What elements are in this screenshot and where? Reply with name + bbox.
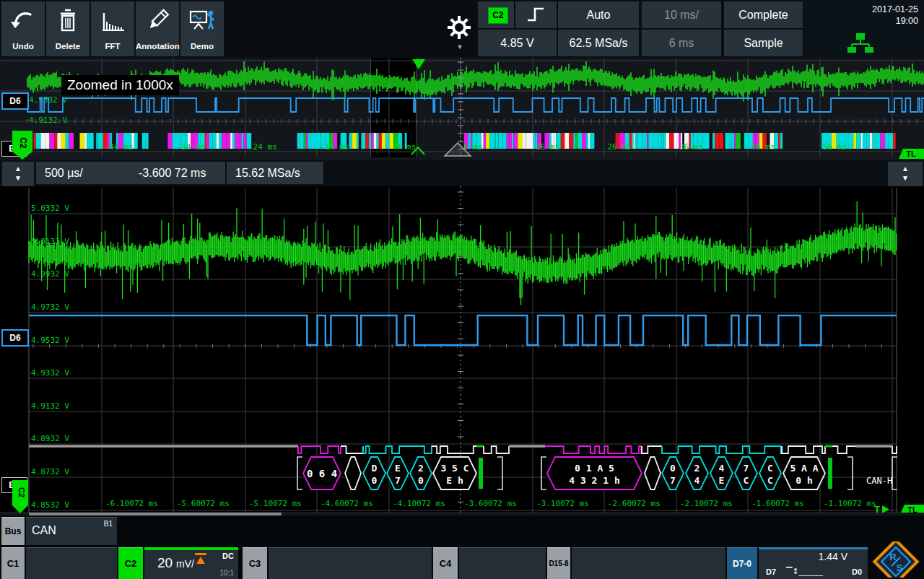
svg-text:S: S	[897, 562, 903, 573]
c3-panel[interactable]	[269, 547, 432, 579]
main-time-label: -5.10072 ms	[249, 499, 302, 508]
c2-channel-marker-overview[interactable]: C2	[12, 130, 33, 160]
overview-time-label: 46 ms	[751, 142, 775, 152]
d7-0-tab[interactable]: D7-0	[727, 547, 757, 579]
trash-icon	[46, 6, 90, 36]
acquisition-mode-cell[interactable]: Sample	[724, 30, 803, 56]
svg-text:C: C	[744, 475, 749, 486]
svg-text:0 1 A 5: 0 1 A 5	[575, 463, 614, 474]
main-time-label: -6.10072 ms	[105, 499, 158, 508]
trigger-level-cell[interactable]: 4.85 V	[478, 30, 557, 56]
bus-type-label: CAN	[32, 524, 56, 537]
c3-tab[interactable]: C3	[243, 547, 267, 579]
oscilloscope-screen: Undo Delete FFT Annotation Demo	[0, 0, 924, 579]
svg-text:4: 4	[719, 463, 725, 474]
c2-panel[interactable]: 20 mV/ DC 10:1	[144, 547, 238, 579]
network-icon	[845, 30, 876, 55]
d15-8-panel[interactable]	[572, 547, 725, 579]
gear-caret-icon[interactable]: ▼	[455, 43, 465, 51]
record-time-cell[interactable]: 6 ms	[642, 30, 721, 56]
overview-time-label: -34 ms	[177, 142, 206, 152]
zoom-scale-stepper-left[interactable]: ▲▼	[2, 162, 34, 186]
demo-board-icon	[180, 6, 224, 36]
main-time-label: -5.60072 ms	[177, 499, 230, 508]
zoom-offset-cell[interactable]: -3.600 72 ms	[130, 162, 225, 184]
overview-time-label: -44 ms	[105, 142, 134, 152]
c4-panel[interactable]	[459, 547, 546, 579]
svg-text:2: 2	[418, 463, 424, 474]
demo-label: Demo	[180, 42, 224, 51]
undo-button[interactable]: Undo	[1, 1, 45, 56]
main-time-label: -2.10072 ms	[680, 499, 733, 508]
c2-tab[interactable]: C2	[118, 547, 143, 579]
d7-0-panel[interactable]: 1.44 V D7 ▔↕______ D0	[759, 547, 868, 579]
svg-text:CAN-H: CAN-H	[866, 476, 892, 486]
svg-text:C2: C2	[18, 137, 28, 149]
trigger-slope-cell[interactable]	[515, 1, 557, 28]
zoom-scale-stepper-right[interactable]: ▲▼	[888, 162, 923, 186]
trigger-source-badge: C2	[488, 7, 508, 24]
svg-text:0: 0	[418, 475, 424, 486]
svg-text:2: 2	[694, 463, 700, 474]
overview-time-label: -24 ms	[248, 142, 277, 152]
c2-channel-marker-main[interactable]: C2	[12, 479, 29, 514]
d15-8-tab[interactable]: D15-8	[547, 547, 570, 579]
datetime-panel: 2017-01-25 19:00	[804, 0, 924, 58]
svg-text:4 3 2 1 h: 4 3 2 1 h	[569, 475, 619, 486]
c2-coupling-label: DC	[222, 552, 234, 560]
sample-rate-cell[interactable]: 62.5 MSa/s	[558, 30, 639, 56]
overview-time-label: -4 ms	[392, 142, 416, 152]
rohde-schwarz-logo[interactable]: R S	[868, 546, 924, 579]
main-time-label: -1.60072 ms	[751, 499, 804, 508]
c4-tab[interactable]: C4	[433, 547, 458, 579]
main-time-label: -3.60072 ms	[464, 499, 517, 508]
fft-button[interactable]: FFT	[91, 1, 134, 56]
acquisition-status-cell[interactable]: Complete	[724, 1, 803, 28]
delete-label: Delete	[46, 42, 90, 51]
time-text: 19:00	[896, 16, 918, 26]
main-time-label: -2.60072 ms	[608, 499, 661, 508]
d6-badge-overview[interactable]: D6	[1, 92, 29, 110]
delete-button[interactable]: Delete	[46, 1, 90, 56]
svg-text:0 6 4: 0 6 4	[307, 468, 337, 479]
zoom-settings-bar: ▲▼ 500 µs/ -3.600 72 ms 15.62 MSa/s ▲▼	[0, 160, 924, 186]
svg-text:C2: C2	[17, 487, 26, 497]
settings-gear-icon[interactable]	[446, 13, 472, 42]
overview-time-label: 6 ms	[464, 142, 484, 152]
demo-button[interactable]: Demo	[180, 1, 224, 56]
main-time-label: -4.10072 ms	[393, 499, 445, 508]
annotation-label: Annotation	[136, 42, 179, 51]
trigger-source-cell[interactable]: C2	[478, 1, 514, 28]
c2-scale-value: 20	[157, 555, 173, 571]
zoom-samplerate-cell[interactable]: 15.62 MSa/s	[227, 162, 323, 184]
d0-bit-label: D0	[852, 567, 862, 576]
timebase-scale-cell[interactable]: 10 ms/	[642, 1, 721, 28]
svg-text:7: 7	[395, 475, 401, 486]
svg-text:3 5 C: 3 5 C	[440, 463, 468, 474]
pencil-icon	[136, 6, 179, 36]
d6-badge-main[interactable]: D6	[1, 329, 29, 347]
overview-time-label: 56 ms	[823, 142, 847, 152]
zoom-scale-cell[interactable]: 500 µs/	[36, 162, 131, 184]
channel-settings-bar: Bus CAN B1 C1 C2 20 mV/ DC 10:1 C3 C4 D1…	[0, 515, 924, 579]
rising-edge-icon	[515, 1, 557, 28]
annotation-button[interactable]: Annotation	[136, 1, 179, 56]
bus-id-label: B1	[104, 520, 113, 528]
overview-time-label: 26 ms	[608, 142, 632, 152]
scrollbar-thumb[interactable]	[29, 513, 282, 515]
svg-text:D: D	[372, 463, 378, 474]
c1-tab[interactable]: C1	[1, 547, 25, 579]
svg-text:TL: TL	[906, 149, 916, 158]
overview-waveform-strip: 4.9532 V4.9132 V4.8732 V-44 ms-34 ms-24 …	[0, 58, 924, 160]
svg-text:E h: E h	[446, 475, 463, 486]
bus-tab[interactable]: Bus	[1, 517, 25, 545]
horizontal-scrollbar[interactable]	[0, 513, 924, 515]
undo-label: Undo	[1, 42, 45, 51]
overview-time-label: 36 ms	[679, 142, 703, 152]
d7-0-value: 1.44 V	[819, 551, 847, 562]
main-waveform-area: 5.0332 V5.0132 V4.9932 V4.9732 V4.9532 V…	[0, 186, 924, 515]
trigger-mode-cell[interactable]: Auto	[558, 1, 639, 28]
svg-text:E: E	[395, 463, 401, 474]
c1-panel[interactable]	[26, 547, 117, 579]
bus-panel[interactable]: CAN B1	[26, 517, 117, 545]
